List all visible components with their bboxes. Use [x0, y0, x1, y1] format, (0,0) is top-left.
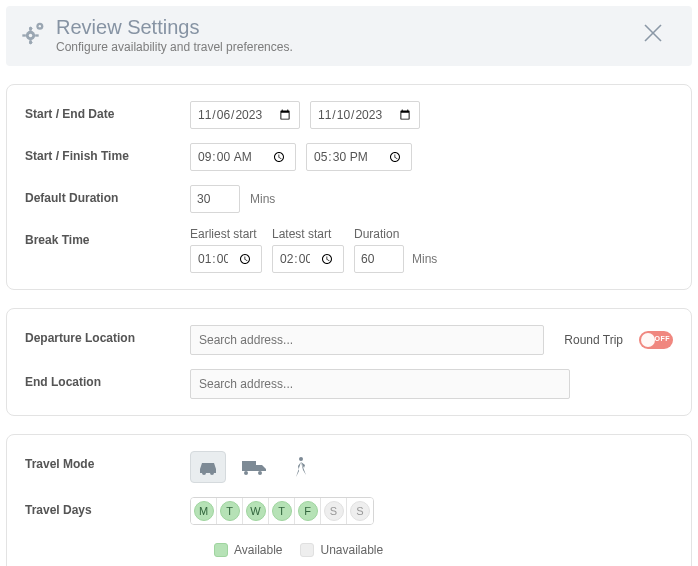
travel-mode-car[interactable]: [190, 451, 226, 483]
travel-card: Travel Mode Travel Days M T W: [6, 434, 692, 566]
page-title: Review Settings: [56, 16, 636, 38]
header: Review Settings Configure availability a…: [6, 6, 692, 66]
default-duration-unit: Mins: [250, 192, 275, 206]
day-sat[interactable]: S: [321, 498, 347, 524]
break-duration-label: Duration: [354, 227, 437, 241]
end-location-label: End Location: [25, 369, 190, 389]
start-date-input[interactable]: [190, 101, 300, 129]
gears-icon: [20, 18, 48, 46]
round-trip-toggle[interactable]: OFF: [639, 331, 673, 349]
departure-location-input[interactable]: [190, 325, 544, 355]
break-duration-input[interactable]: [354, 245, 404, 273]
day-tue[interactable]: T: [217, 498, 243, 524]
truck-icon: [240, 457, 268, 477]
legend-swatch-unavailable: [300, 543, 314, 557]
svg-rect-4: [35, 34, 38, 36]
break-earliest-input[interactable]: [190, 245, 262, 273]
location-card: Departure Location Round Trip OFF End Lo…: [6, 308, 692, 416]
end-date-input[interactable]: [310, 101, 420, 129]
walk-icon: [292, 456, 308, 478]
svg-rect-3: [22, 34, 26, 36]
svg-point-9: [29, 34, 33, 38]
legend-unavailable: Unavailable: [320, 543, 383, 557]
round-trip-label: Round Trip: [564, 333, 623, 347]
default-duration-input[interactable]: [190, 185, 240, 213]
svg-point-14: [299, 457, 303, 461]
default-duration-label: Default Duration: [25, 185, 190, 205]
legend-swatch-available: [214, 543, 228, 557]
page-subtitle: Configure availability and travel prefer…: [56, 40, 636, 54]
close-button[interactable]: [636, 16, 678, 51]
break-earliest-label: Earliest start: [190, 227, 262, 241]
round-trip-state: OFF: [655, 335, 671, 342]
day-mon[interactable]: M: [191, 498, 217, 524]
break-duration-unit: Mins: [412, 252, 437, 266]
finish-time-input[interactable]: [306, 143, 412, 171]
day-sun[interactable]: S: [347, 498, 373, 524]
end-location-input[interactable]: [190, 369, 570, 399]
day-wed[interactable]: W: [243, 498, 269, 524]
start-finish-time-label: Start / Finish Time: [25, 143, 190, 163]
break-latest-label: Latest start: [272, 227, 344, 241]
travel-days-label: Travel Days: [25, 497, 190, 517]
availability-card: Start / End Date Start / Finish Time Def…: [6, 84, 692, 290]
legend-available: Available: [234, 543, 282, 557]
travel-days-legend: Available Unavailable: [214, 543, 383, 557]
travel-mode-label: Travel Mode: [25, 451, 190, 471]
travel-mode-walk[interactable]: [282, 451, 318, 483]
day-thu[interactable]: T: [269, 498, 295, 524]
svg-point-11: [39, 25, 41, 27]
break-latest-input[interactable]: [272, 245, 344, 273]
close-icon: [642, 22, 664, 44]
break-time-label: Break Time: [25, 227, 190, 247]
start-time-input[interactable]: [190, 143, 296, 171]
travel-mode-truck[interactable]: [236, 451, 272, 483]
travel-days-group: M T W T F S S: [190, 497, 374, 525]
departure-location-label: Departure Location: [25, 325, 190, 345]
start-end-date-label: Start / End Date: [25, 101, 190, 121]
day-fri[interactable]: F: [295, 498, 321, 524]
car-icon: [196, 457, 220, 477]
